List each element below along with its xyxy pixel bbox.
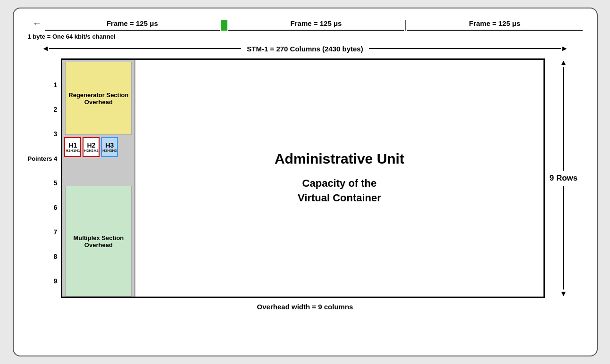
- rows-count-label: 9 Rows: [550, 171, 578, 186]
- row-label-6: 6: [28, 195, 58, 220]
- row-label-7: 7: [28, 220, 58, 244]
- one-byte-label: 1 byte = One 64 kbit/s channel: [28, 33, 116, 40]
- overhead-col: Regenerator Section Overhead H1 H1H1H1 H…: [62, 60, 135, 297]
- main-diagram: 1 2 3 Pointers 4 5 6 7 8 9 Regenerator S…: [28, 58, 583, 298]
- row-label-pointers: Pointers 4: [28, 146, 58, 171]
- au-subtitle: Capacity of the Virtual Container: [298, 176, 381, 206]
- mso-block: Multiplex Section Overhead: [65, 186, 132, 297]
- row-labels: 1 2 3 Pointers 4 5 6 7 8 9: [28, 58, 61, 298]
- h3-cell: H3 H3H3H3: [101, 137, 118, 157]
- left-arrow-icon: ←: [33, 18, 42, 29]
- pointer-row: H1 H1H1H1 H2 H2H2H2 H3 H3H3H3: [62, 135, 134, 159]
- frame3-label: Frame = 125 μs: [469, 19, 520, 27]
- mso-label: Multiplex Section Overhead: [66, 234, 131, 248]
- bottom-label: Overhead width = 9 columns: [28, 303, 583, 311]
- frame2-label: Frame = 125 μs: [291, 19, 342, 27]
- h2-small: H2H2H2: [84, 149, 99, 153]
- rso-block: Regenerator Section Overhead: [65, 62, 132, 135]
- h1-small: H1H1H1: [66, 149, 80, 153]
- au-subtitle2: Virtual Container: [298, 192, 381, 204]
- row-label-1: 1: [28, 73, 58, 97]
- h3-small: H3H3H3: [102, 149, 117, 153]
- overhead-width-label: Overhead width = 9 columns: [257, 303, 353, 311]
- h1-big: H1: [68, 141, 77, 149]
- rso-label: Regenerator Section Overhead: [66, 91, 131, 106]
- au-title: Administrative Unit: [275, 151, 404, 167]
- h2-big: H2: [87, 141, 95, 149]
- rows-arrow: ▲ 9 Rows ▼: [545, 58, 583, 298]
- stm-label: STM-1 = 270 Columns (2430 bytes): [241, 45, 368, 53]
- h2-cell: H2 H2H2H2: [83, 137, 100, 157]
- frame1-label: Frame = 125 μs: [107, 19, 158, 27]
- row-label-2: 2: [28, 97, 58, 122]
- au-area: Administrative Unit Capacity of the Virt…: [135, 60, 543, 297]
- h1-cell: H1 H1H1H1: [64, 137, 81, 157]
- row-label-3: 3: [28, 122, 58, 146]
- frame-grid: Regenerator Section Overhead H1 H1H1H1 H…: [61, 58, 544, 298]
- stm-arrowhead-right-icon: ►: [561, 44, 568, 53]
- arrow-down-icon: ▼: [560, 290, 568, 298]
- arrow-up-icon: ▲: [560, 58, 568, 67]
- row-label-5: 5: [28, 171, 58, 195]
- main-card: ← Frame = 125 μs Frame = 125 μs Frame = …: [13, 8, 598, 356]
- stm-arrowhead-left-icon: ◄: [42, 44, 50, 53]
- row-label-8: 8: [28, 244, 58, 269]
- top-section: ← Frame = 125 μs Frame = 125 μs Frame = …: [28, 18, 583, 55]
- row-label-9: 9: [28, 269, 58, 293]
- row5-spacer: [62, 159, 134, 184]
- h3-big: H3: [105, 141, 114, 149]
- au-subtitle1: Capacity of the: [302, 177, 377, 189]
